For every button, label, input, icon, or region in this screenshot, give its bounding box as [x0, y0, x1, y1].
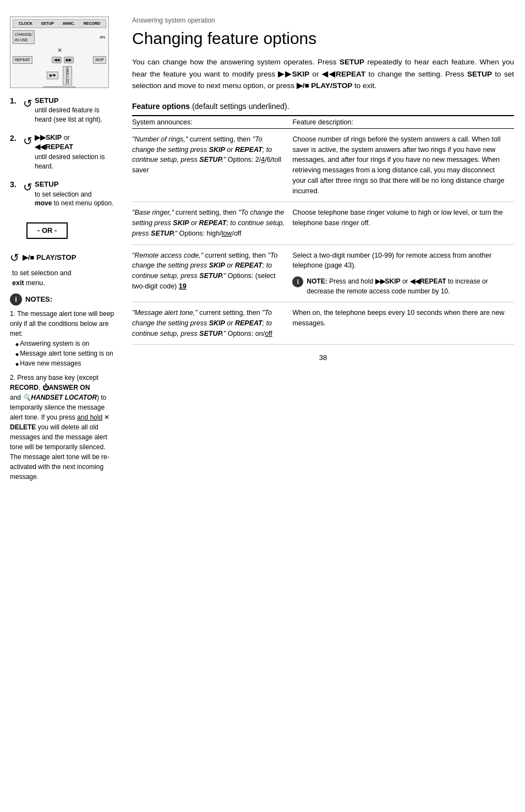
step-1-title: SETUP [35, 96, 116, 106]
step-1: 1. ↺ SETUP until desired feature is hear… [10, 96, 116, 124]
step-3-icon: ↺ [23, 179, 32, 195]
step-2-or: or [64, 134, 70, 141]
left-column: CLOCK SETUP ANNC. RECORD CHANGE/IN USE A… [0, 11, 121, 801]
repeat-label: ◀◀REPEAT [35, 143, 73, 151]
skip-label: ▶▶SKIP [35, 134, 62, 141]
note-1-bullets: Answering system is on Message alert ton… [10, 339, 116, 368]
device-row-1: CHANGE/IN USE AN [13, 30, 106, 45]
change-in-use: CHANGE/IN USE [13, 30, 35, 45]
step-3-num: 3. [10, 179, 20, 190]
step-1-content: SETUP until desired feature is heard (se… [35, 96, 116, 124]
note-inline-text-3: NOTE: Press and hold ▶▶SKIP or ◀◀REPEAT … [307, 276, 510, 296]
play-stop-label: ▶/■ PLAY/STOP [23, 253, 76, 263]
rewind-btn: ◀◀ [52, 57, 62, 63]
step-1-icon: ↺ [23, 96, 32, 111]
ffwd-btn: ▶▶ [64, 57, 74, 63]
right-column: Answering system operation Changing feat… [121, 11, 525, 801]
record-label: RECORD [84, 21, 100, 26]
device-top-bar: CLOCK SETUP ANNC. RECORD [13, 19, 106, 28]
step-3: 3. ↺ SETUP to set selection and move to … [10, 179, 116, 208]
col-header-right: Feature description: [292, 116, 514, 129]
notes-list: 1. The message alert tone will beep only… [10, 309, 116, 482]
step-2: 2. ↺ ▶▶SKIP or ◀◀REPEAT until desired se… [10, 133, 116, 171]
play-stop-icon: ↺ [10, 250, 19, 265]
page-title: Changing feature options [132, 29, 514, 48]
table-row: "Number of rings," current setting, then… [132, 128, 514, 202]
row3-right: Select a two-digit number (10-99) for re… [292, 244, 514, 302]
info-icon-2: i [292, 276, 303, 287]
clock-label: CLOCK [19, 21, 32, 26]
page: CLOCK SETUP ANNC. RECORD CHANGE/IN USE A… [0, 0, 525, 812]
intro-paragraph: You can change how the answering system … [132, 56, 514, 92]
row1-left: "Number of rings," current setting, then… [132, 128, 292, 202]
row4-left: "Message alert tone," current setting, t… [132, 302, 292, 345]
bullet-1: Answering system is on [15, 339, 116, 348]
feature-table: System announces: Feature description: "… [132, 115, 514, 345]
x-mark: ✕ [13, 46, 106, 55]
bullet-2: Message alert tone setting is on [15, 348, 116, 358]
row2-right: Choose telephone base ringer volume to h… [292, 202, 514, 244]
play-stop-step: ↺ ▶/■ PLAY/STOP [10, 250, 116, 265]
note-2: 2. Press any base key (except RECORD, ⏻A… [10, 373, 116, 482]
step-2-content: ▶▶SKIP or ◀◀REPEAT until desired selecti… [35, 133, 116, 171]
page-number: 38 [132, 353, 514, 362]
row1-right: Choose number of rings before the system… [292, 128, 514, 202]
step-2-icon: ↺ [23, 133, 32, 149]
step-3-content: SETUP to set selection and move to next … [35, 179, 113, 208]
notes-section: i NOTES: 1. The message alert tone will … [10, 293, 116, 482]
han-loc-btn: HAN LOC [63, 66, 73, 85]
play-stop-device: PLAY/STOP [43, 86, 76, 88]
notes-title: NOTES: [25, 295, 52, 304]
or-box: - OR - [26, 222, 68, 239]
feature-options-header: Feature options (default settings underl… [132, 102, 514, 111]
annc-label: ANNC. [63, 21, 75, 26]
setup-label-device: SETUP [41, 21, 54, 26]
bullet-3: Have new messages [15, 358, 116, 368]
play-stop-desc: to set selection and exit menu. [12, 269, 116, 288]
note-1: 1. The message alert tone will beep only… [10, 309, 116, 368]
play-btn: ▶/■ [47, 72, 58, 79]
table-header-row: System announces: Feature description: [132, 116, 514, 129]
step-2-skip: ▶▶SKIP or ◀◀REPEAT [35, 133, 116, 152]
table-row: "Base ringer," current setting, then "To… [132, 202, 514, 244]
device-image: CLOCK SETUP ANNC. RECORD CHANGE/IN USE A… [10, 17, 109, 88]
repeat-button-device: REPEAT [13, 56, 32, 64]
device-row-2: REPEAT ◀◀ ▶▶ SKIP [13, 56, 106, 64]
col-header-left: System announces: [132, 116, 292, 129]
row4-right: When on, the telephone beeps every 10 se… [292, 302, 514, 345]
table-row: "Remote access code," current setting, t… [132, 244, 514, 302]
step-1-num: 1. [10, 96, 20, 107]
skip-button-device: SKIP [93, 56, 106, 64]
an-label: AN [99, 34, 106, 41]
breadcrumb: Answering system operation [132, 17, 514, 24]
row3-left: "Remote access code," current setting, t… [132, 244, 292, 302]
info-icon: i [10, 293, 22, 306]
table-row: "Message alert tone," current setting, t… [132, 302, 514, 345]
step-3-desc: to set selection and move to next menu o… [35, 190, 113, 209]
step-2-desc: until desired selection is heard. [35, 152, 116, 171]
step-2-num: 2. [10, 133, 20, 144]
notes-header: i NOTES: [10, 293, 116, 306]
row2-left: "Base ringer," current setting, then "To… [132, 202, 292, 244]
step-1-desc: until desired feature is heard (see list… [35, 106, 116, 124]
note-inline-3: i NOTE: Press and hold ▶▶SKIP or ◀◀REPEA… [292, 276, 510, 296]
step-3-title: SETUP [35, 179, 113, 189]
